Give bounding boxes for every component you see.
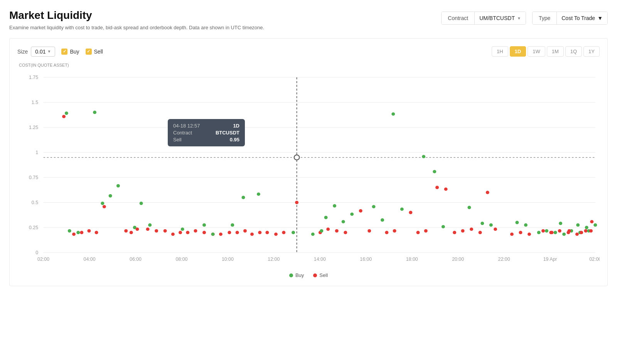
svg-point-102 bbox=[435, 186, 439, 189]
svg-point-125 bbox=[292, 231, 295, 234]
svg-point-48 bbox=[350, 213, 354, 216]
svg-point-107 bbox=[479, 231, 482, 234]
svg-point-96 bbox=[368, 229, 371, 233]
svg-point-111 bbox=[519, 231, 522, 234]
svg-point-83 bbox=[236, 231, 239, 234]
svg-text:08:00: 08:00 bbox=[175, 257, 187, 262]
buy-checkbox[interactable]: ✓ bbox=[61, 49, 67, 55]
svg-text:14:00: 14:00 bbox=[314, 257, 326, 262]
svg-text:22:00: 22:00 bbox=[498, 257, 510, 262]
type-value[interactable]: Cost To Trade ▼ bbox=[557, 12, 607, 24]
svg-point-88 bbox=[274, 233, 278, 236]
svg-point-86 bbox=[258, 231, 261, 234]
svg-point-128 bbox=[537, 231, 541, 234]
svg-point-42 bbox=[231, 223, 234, 227]
svg-point-69 bbox=[124, 229, 128, 233]
time-btn-1d[interactable]: 1D bbox=[510, 46, 526, 57]
svg-point-33 bbox=[93, 111, 96, 114]
time-btn-1w[interactable]: 1W bbox=[528, 46, 545, 57]
contract-value[interactable]: UM/BTCUSDT ▼ bbox=[475, 12, 526, 24]
svg-point-66 bbox=[87, 229, 91, 233]
svg-point-72 bbox=[146, 228, 150, 231]
page-subtitle: Examine market liquidity with cost to tr… bbox=[9, 25, 264, 30]
svg-point-60 bbox=[524, 223, 528, 227]
contract-dropdown[interactable]: Contract UM/BTCUSDT ▼ bbox=[441, 12, 526, 25]
chart-controls: Size 0.01 ▼ ✓ Buy ✓ Sell 1H 1D 1W 1M 1Q … bbox=[17, 46, 600, 57]
svg-point-120 bbox=[68, 229, 71, 233]
svg-point-31 bbox=[294, 155, 300, 160]
size-dropdown[interactable]: 0.01 ▼ bbox=[31, 47, 55, 57]
svg-point-130 bbox=[554, 231, 557, 234]
svg-point-71 bbox=[136, 228, 139, 231]
svg-point-57 bbox=[480, 222, 484, 225]
svg-point-39 bbox=[148, 223, 152, 227]
chart-area: .grid-line { stroke: #e8e8e8; stroke-wid… bbox=[17, 69, 600, 269]
svg-point-32 bbox=[65, 112, 68, 115]
page-title: Market Liquidity bbox=[9, 9, 264, 22]
svg-point-97 bbox=[385, 231, 388, 234]
svg-point-136 bbox=[568, 229, 571, 233]
svg-point-90 bbox=[295, 201, 298, 204]
svg-point-131 bbox=[562, 233, 566, 236]
svg-text:10:00: 10:00 bbox=[222, 257, 234, 262]
svg-text:0.25: 0.25 bbox=[29, 225, 38, 230]
svg-point-117 bbox=[575, 233, 579, 236]
svg-text:19 Apr: 19 Apr bbox=[543, 257, 557, 262]
buy-checkbox-group[interactable]: ✓ Buy bbox=[61, 49, 79, 55]
svg-point-55 bbox=[442, 225, 445, 228]
y-axis-label: COST(IN QUOTE ASSET) bbox=[19, 63, 600, 67]
svg-text:1: 1 bbox=[35, 150, 38, 155]
svg-point-74 bbox=[164, 229, 167, 233]
svg-point-53 bbox=[422, 155, 425, 158]
svg-point-45 bbox=[324, 216, 328, 219]
svg-point-108 bbox=[486, 191, 489, 194]
svg-text:0.75: 0.75 bbox=[29, 175, 38, 180]
svg-point-94 bbox=[344, 231, 347, 234]
svg-point-135 bbox=[550, 231, 554, 234]
svg-point-58 bbox=[489, 223, 493, 227]
size-arrow-icon: ▼ bbox=[47, 49, 51, 54]
size-label: Size bbox=[17, 49, 28, 55]
svg-point-118 bbox=[584, 229, 587, 233]
svg-text:12:00: 12:00 bbox=[268, 257, 280, 262]
svg-point-59 bbox=[515, 221, 519, 224]
svg-point-119 bbox=[590, 220, 593, 223]
svg-point-110 bbox=[510, 233, 514, 236]
svg-point-87 bbox=[265, 231, 269, 234]
svg-point-100 bbox=[416, 231, 420, 234]
time-btn-1m[interactable]: 1M bbox=[547, 46, 564, 57]
svg-point-112 bbox=[528, 233, 531, 236]
svg-point-65 bbox=[62, 115, 66, 118]
svg-point-137 bbox=[580, 231, 583, 234]
time-buttons: 1H 1D 1W 1M 1Q 1Y bbox=[492, 46, 600, 57]
svg-text:0: 0 bbox=[35, 250, 38, 255]
svg-point-41 bbox=[202, 223, 206, 227]
svg-point-52 bbox=[400, 208, 404, 211]
svg-point-56 bbox=[467, 206, 471, 209]
svg-point-129 bbox=[545, 229, 548, 233]
svg-text:1.5: 1.5 bbox=[32, 100, 38, 105]
time-btn-1y[interactable]: 1Y bbox=[583, 46, 600, 57]
svg-point-49 bbox=[372, 205, 376, 208]
svg-point-70 bbox=[130, 231, 133, 234]
svg-point-95 bbox=[359, 209, 362, 213]
svg-text:1.75: 1.75 bbox=[29, 75, 38, 80]
type-dropdown[interactable]: Type Cost To Trade ▼ bbox=[532, 12, 608, 25]
svg-point-50 bbox=[381, 218, 384, 222]
svg-point-126 bbox=[311, 233, 315, 236]
sell-checkbox[interactable]: ✓ bbox=[86, 49, 92, 55]
svg-point-40 bbox=[181, 228, 184, 231]
svg-point-106 bbox=[470, 228, 473, 231]
svg-point-122 bbox=[72, 233, 76, 236]
svg-point-35 bbox=[109, 194, 112, 198]
time-btn-1h[interactable]: 1H bbox=[492, 46, 508, 57]
svg-point-34 bbox=[101, 202, 104, 205]
svg-point-75 bbox=[171, 233, 175, 236]
sell-checkbox-group[interactable]: ✓ Sell bbox=[86, 49, 103, 55]
svg-point-104 bbox=[453, 231, 456, 234]
svg-point-79 bbox=[202, 231, 206, 234]
svg-text:04:00: 04:00 bbox=[84, 257, 96, 262]
svg-point-89 bbox=[282, 231, 285, 234]
time-btn-1q[interactable]: 1Q bbox=[565, 46, 582, 57]
chart-legend: Buy Sell bbox=[17, 272, 600, 278]
